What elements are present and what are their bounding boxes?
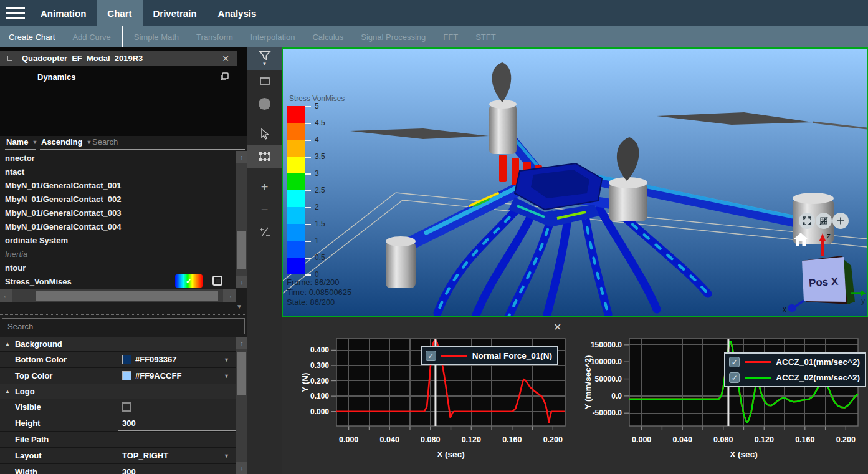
model-tree-root[interactable]: Quadcopter_EF_Modal_2019R3 ✕	[0, 51, 237, 66]
ribbon-item-transform[interactable]: Transform	[196, 32, 233, 42]
list-item[interactable]: ntact	[0, 165, 247, 178]
colorbar-segment	[287, 207, 305, 224]
tab-animation[interactable]: Animation	[30, 0, 97, 26]
ribbon-item-interpolation[interactable]: Interpolation	[250, 32, 295, 42]
close-model-icon[interactable]: ✕	[222, 54, 229, 64]
collapse-icon[interactable]	[6, 55, 13, 62]
ribbon-item-simple-math[interactable]: Simple Math	[134, 32, 179, 42]
3d-viewport[interactable]: Stress VonMises 54.543.532.521.510.50 Fr…	[282, 47, 868, 317]
list-item[interactable]: ordinate System	[0, 233, 247, 247]
list-item[interactable]: MbyN_01/GeneralContact_003	[0, 206, 247, 220]
ribbon-item-stft[interactable]: STFT	[475, 32, 496, 42]
navigation-cube[interactable]: Pos X z y x	[781, 228, 867, 312]
property-vertical-scrollbar[interactable]: ↑ ↓	[236, 337, 247, 474]
property-row-visible[interactable]: Visible	[0, 399, 236, 415]
text-value-field[interactable]: 300	[118, 415, 236, 431]
color-value-dropdown[interactable]: #FF093367▼	[118, 352, 236, 367]
panel-splitter[interactable]: ▼	[0, 303, 247, 313]
property-row-bottom-color[interactable]: Bottom Color#FF093367▼	[0, 352, 236, 368]
scroll-up-icon[interactable]: ↑	[236, 151, 247, 163]
top-menu-bar: AnimationChartDrivetrainAnalysis	[0, 0, 868, 26]
filter-tool-button[interactable]: ▼	[247, 47, 282, 70]
list-search-input[interactable]: Search	[90, 136, 245, 150]
add-view-button[interactable]	[832, 213, 849, 229]
scroll-down-icon[interactable]: ↓	[236, 276, 247, 288]
zoom-out-button[interactable]: −	[247, 198, 282, 221]
property-group-background[interactable]: ▲Background	[0, 337, 236, 352]
dropdown-value[interactable]: TOP_RIGHT▼	[118, 448, 236, 463]
sort-field-dropdown[interactable]: Name▼	[5, 136, 36, 150]
scrollbar-thumb[interactable]	[237, 352, 246, 395]
duplicate-icon[interactable]	[219, 72, 229, 82]
ribbon-item-calculus[interactable]: Calculus	[312, 32, 343, 42]
y-tick-label: 0.200	[310, 377, 329, 385]
list-item[interactable]: MbyN_01/GeneralContact_004	[0, 220, 247, 233]
colorbar-tick	[305, 173, 311, 175]
collapse-triangle-icon[interactable]: ▲	[5, 341, 10, 347]
scroll-up-icon[interactable]: ↑	[236, 337, 247, 349]
toggle-sign-button[interactable]	[247, 221, 282, 243]
tab-analysis[interactable]: Analysis	[207, 0, 267, 26]
force-chart[interactable]: 0.0000.1000.2000.3000.4000.0000.0400.080…	[282, 320, 575, 473]
rectangle-select-button[interactable]	[247, 70, 282, 92]
box-select-tool-button[interactable]	[247, 145, 282, 168]
list-item[interactable]: MbyN_01/GeneralContact_002	[0, 192, 247, 206]
property-group-logo[interactable]: ▲Logo	[0, 384, 236, 399]
checkbox[interactable]	[122, 402, 131, 412]
application-window: AnimationChartDrivetrainAnalysis Create …	[0, 0, 868, 474]
hamburger-menu-icon[interactable]	[0, 0, 30, 26]
scrollbar-thumb[interactable]	[237, 231, 246, 269]
x-tick-label: 0.080	[713, 435, 733, 444]
property-search-input[interactable]: Search	[2, 318, 245, 334]
tab-drivetrain[interactable]: Drivetrain	[143, 0, 207, 26]
scroll-left-icon[interactable]: ←	[0, 289, 12, 302]
property-row-width[interactable]: Width300	[0, 464, 236, 474]
property-row-file-path[interactable]: File Path	[0, 432, 236, 448]
x-tick-label: 0.120	[462, 435, 481, 444]
text-value-field[interactable]	[118, 432, 236, 447]
delete-contour-icon[interactable]	[212, 276, 222, 286]
ribbon-item-add-curve[interactable]: Add Curve	[72, 32, 110, 42]
acceleration-chart[interactable]: -50000.00.050000.0100000.0150000.00.0000…	[575, 320, 867, 473]
chevron-down-icon[interactable]: ▼	[224, 357, 229, 363]
model-tree-child[interactable]: Dynamics	[0, 69, 237, 85]
colorbar-tick	[305, 258, 311, 259]
ribbon-item-signal-processing[interactable]: Signal Processing	[361, 32, 426, 42]
property-row-height[interactable]: Height300	[0, 415, 236, 432]
chevron-down-icon[interactable]: ▼	[224, 453, 229, 459]
property-row-top-color[interactable]: Top Color#FF9ACCFF▼	[0, 368, 236, 384]
color-value-dropdown[interactable]: #FF9ACCFF▼	[118, 368, 236, 384]
colorbar-tick	[305, 207, 311, 208]
legend-checkbox[interactable]: ✓	[426, 351, 436, 361]
circle-select-button[interactable]	[247, 92, 282, 115]
list-item[interactable]: nnector	[0, 151, 247, 165]
ribbon-item-create-chart[interactable]: Create Chart	[9, 32, 55, 42]
chevron-down-icon[interactable]: ▼	[236, 303, 242, 310]
pointer-tool-button[interactable]	[247, 123, 282, 145]
list-item-label: nnector	[5, 153, 35, 163]
scrollbar-thumb[interactable]	[36, 291, 218, 301]
visible-checkbox[interactable]	[118, 399, 236, 415]
chevron-down-icon[interactable]: ▼	[224, 373, 229, 379]
scroll-down-icon[interactable]: ↓	[236, 462, 247, 474]
list-item[interactable]: Inertia	[0, 247, 247, 261]
list-item[interactable]: MbyN_01/GeneralContact_001	[0, 178, 247, 192]
zoom-in-button[interactable]: +	[247, 176, 282, 198]
list-item[interactable]: ntour	[0, 261, 247, 274]
colorbar-tick-label: 0.5	[315, 253, 325, 262]
sort-order-dropdown[interactable]: Ascending▼	[40, 136, 90, 150]
ribbon-item-fft[interactable]: FFT	[443, 32, 458, 42]
scroll-right-icon[interactable]: →	[223, 289, 236, 302]
list-horizontal-scrollbar[interactable]: ← →	[0, 289, 236, 302]
grid-toggle-button[interactable]	[816, 213, 832, 229]
legend-checkbox[interactable]: ✓	[729, 372, 740, 383]
collapse-triangle-icon[interactable]: ▲	[5, 389, 10, 394]
fit-view-button[interactable]	[799, 213, 815, 229]
list-item[interactable]: Stress_VonMises✓	[0, 274, 247, 288]
contour-colormap-swatch[interactable]: ✓	[175, 274, 203, 288]
tab-chart[interactable]: Chart	[97, 0, 142, 26]
text-value-field[interactable]: 300	[118, 464, 236, 474]
legend-checkbox[interactable]: ✓	[729, 357, 740, 367]
list-vertical-scrollbar[interactable]: ↑ ↓	[236, 151, 247, 288]
property-row-layout[interactable]: LayoutTOP_RIGHT▼	[0, 448, 236, 464]
